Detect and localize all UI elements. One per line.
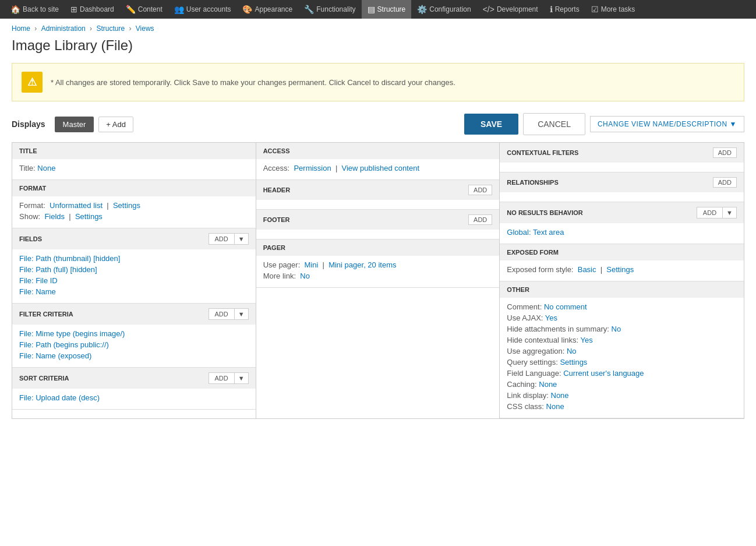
exposed-form-settings-link[interactable]: Settings bbox=[606, 265, 634, 274]
warning-icon: ⚠ bbox=[22, 72, 43, 93]
pager-section-header: PAGER bbox=[256, 239, 500, 256]
nav-reports[interactable]: ℹ Reports bbox=[544, 0, 585, 19]
other-row-3: Hide contextual links: Yes bbox=[507, 336, 737, 344]
nav-configuration[interactable]: ⚙️ Configuration bbox=[411, 0, 476, 19]
field-item-1: File: Path (full) [hidden] bbox=[19, 265, 249, 274]
nav-dashboard[interactable]: ⊞ Dashboard bbox=[65, 0, 120, 19]
fields-section-header: FIELDS ADD ▼ bbox=[12, 228, 256, 249]
functionality-icon: 🔧 bbox=[304, 5, 314, 14]
contextual-filters-add-button[interactable]: ADD bbox=[713, 147, 737, 158]
other-row-7: Caching: None bbox=[507, 380, 737, 389]
no-results-global-row: Global: Text area bbox=[507, 228, 737, 237]
field-item-3: File: Name bbox=[19, 287, 249, 296]
nav-content[interactable]: ✏️ Content bbox=[120, 0, 168, 19]
fields-add-button[interactable]: ADD bbox=[209, 233, 234, 245]
nav-more-tasks[interactable]: ☑ More tasks bbox=[585, 0, 641, 19]
other-row-8: Link display: None bbox=[507, 391, 737, 400]
format-section-header: FORMAT bbox=[12, 180, 256, 196]
pager-section: PAGER Use pager: Mini | Mini pager, 20 i… bbox=[256, 239, 500, 288]
nav-development[interactable]: </> Development bbox=[477, 0, 544, 19]
other-row-4: Use aggregation: No bbox=[507, 347, 737, 355]
view-grid: TITLE Title: None FORMAT Format: bbox=[12, 142, 744, 419]
field-item-0: File: Path (thumbnail) [hidden] bbox=[19, 254, 249, 263]
title-value-link[interactable]: None bbox=[37, 164, 55, 172]
col-middle: ACCESS Access: Permission | View publish… bbox=[256, 143, 500, 418]
breadcrumb-structure[interactable]: Structure bbox=[96, 24, 125, 33]
nav-user-accounts[interactable]: 👥 User accounts bbox=[168, 0, 237, 19]
format-settings-link[interactable]: Settings bbox=[113, 201, 140, 210]
relationships-add-button[interactable]: ADD bbox=[713, 177, 737, 188]
view-published-link[interactable]: View published content bbox=[342, 164, 419, 172]
unformatted-list-link[interactable]: Unformatted list bbox=[50, 201, 103, 210]
save-button[interactable]: SAVE bbox=[464, 114, 518, 135]
field-item-2: File: File ID bbox=[19, 276, 249, 285]
nav-appearance[interactable]: 🎨 Appearance bbox=[236, 0, 298, 19]
no-results-section: NO RESULTS BEHAVIOR ADD ▼ Global: Text a… bbox=[500, 202, 744, 244]
filter-criteria-section: FILTER CRITERIA ADD ▼ File: Mime type (b… bbox=[12, 304, 256, 368]
top-nav: 🏠 Back to site ⊞ Dashboard ✏️ Content 👥 … bbox=[0, 0, 756, 19]
breadcrumb-administration[interactable]: Administration bbox=[41, 24, 86, 33]
breadcrumb-home[interactable]: Home bbox=[12, 24, 30, 33]
more-tasks-icon: ☑ bbox=[591, 5, 599, 14]
basic-link[interactable]: Basic bbox=[578, 265, 596, 274]
access-section-header: ACCESS bbox=[256, 143, 500, 159]
master-button[interactable]: Master bbox=[55, 117, 94, 132]
filter-item-2: File: Name (exposed) bbox=[19, 351, 249, 360]
fields-link[interactable]: Fields bbox=[44, 212, 65, 221]
page-title: Image Library (File) bbox=[0, 35, 756, 63]
other-row-0: Comment: No comment bbox=[507, 302, 737, 311]
show-row: Show: Fields | Settings bbox=[19, 212, 249, 221]
fields-section: FIELDS ADD ▼ File: Path (thumbnail) [hid… bbox=[12, 228, 256, 304]
nav-functionality[interactable]: 🔧 Functionality bbox=[298, 0, 361, 19]
users-icon: 👥 bbox=[174, 5, 184, 14]
title-row: Title: None bbox=[19, 164, 249, 172]
config-icon: ⚙️ bbox=[417, 5, 427, 14]
breadcrumb-views[interactable]: Views bbox=[136, 24, 154, 33]
global-text-area-link[interactable]: Global: Text area bbox=[507, 228, 564, 237]
other-row-6: Field Language: Current user's language bbox=[507, 369, 737, 378]
header-add-button[interactable]: ADD bbox=[468, 185, 492, 195]
footer-add-button[interactable]: ADD bbox=[468, 214, 492, 225]
dashboard-icon: ⊞ bbox=[70, 5, 77, 14]
relationships-header: RELATIONSHIPS ADD bbox=[500, 172, 744, 192]
sort-item-0: File: Upload date (desc) bbox=[19, 393, 249, 402]
nav-back-to-site[interactable]: 🏠 Back to site bbox=[5, 0, 65, 19]
permission-link[interactable]: Permission bbox=[294, 164, 331, 172]
exposed-form-header: EXPOSED FORM bbox=[500, 244, 744, 260]
sort-criteria-section: SORT CRITERIA ADD ▼ File: Upload date (d… bbox=[12, 368, 256, 410]
warning-text: * All changes are stored temporarily. Cl… bbox=[51, 78, 455, 87]
main-content: Displays Master + Add SAVE CANCEL CHANGE… bbox=[0, 113, 756, 419]
show-settings-link[interactable]: Settings bbox=[75, 212, 103, 221]
other-row-2: Hide attachments in summary: No bbox=[507, 325, 737, 333]
footer-section: FOOTER ADD bbox=[256, 210, 500, 239]
no-results-add-arrow[interactable]: ▼ bbox=[722, 207, 737, 219]
nav-structure[interactable]: ▤ Structure bbox=[362, 0, 412, 19]
other-section: OTHER Comment: No commentUse AJAX: YesHi… bbox=[500, 281, 744, 418]
no-results-add-button[interactable]: ADD bbox=[697, 207, 722, 219]
filter-add-button[interactable]: ADD bbox=[209, 308, 234, 320]
format-section: FORMAT Format: Unformatted list | Settin… bbox=[12, 180, 256, 228]
sort-add-button[interactable]: ADD bbox=[209, 372, 234, 384]
format-row: Format: Unformatted list | Settings bbox=[19, 201, 249, 210]
add-display-button[interactable]: + Add bbox=[98, 117, 133, 132]
change-view-button[interactable]: CHANGE VIEW NAME/DESCRIPTION ▼ bbox=[590, 116, 744, 132]
title-section: TITLE Title: None bbox=[12, 143, 256, 180]
more-link-row: More link: No bbox=[263, 272, 493, 280]
exposed-form-section: EXPOSED FORM Exposed form style: Basic |… bbox=[500, 244, 744, 281]
footer-section-header: FOOTER ADD bbox=[256, 210, 500, 230]
filter-add-arrow[interactable]: ▼ bbox=[234, 308, 249, 320]
header-section-header: HEADER ADD bbox=[256, 180, 500, 200]
cancel-button[interactable]: CANCEL bbox=[523, 113, 585, 135]
mini-link[interactable]: Mini bbox=[304, 260, 318, 269]
reports-icon: ℹ bbox=[550, 5, 553, 14]
sort-add-arrow[interactable]: ▼ bbox=[234, 372, 249, 384]
displays-row: Displays Master + Add SAVE CANCEL CHANGE… bbox=[12, 113, 744, 135]
no-results-header: NO RESULTS BEHAVIOR ADD ▼ bbox=[500, 202, 744, 223]
more-link-value[interactable]: No bbox=[300, 272, 310, 280]
breadcrumb: Home › Administration › Structure › View… bbox=[0, 19, 756, 35]
exposed-form-style-row: Exposed form style: Basic | Settings bbox=[507, 265, 737, 274]
content-icon: ✏️ bbox=[126, 5, 136, 14]
mini-pager-link[interactable]: Mini pager, 20 items bbox=[328, 260, 396, 269]
fields-add-arrow[interactable]: ▼ bbox=[234, 233, 249, 245]
access-section: ACCESS Access: Permission | View publish… bbox=[256, 143, 500, 180]
